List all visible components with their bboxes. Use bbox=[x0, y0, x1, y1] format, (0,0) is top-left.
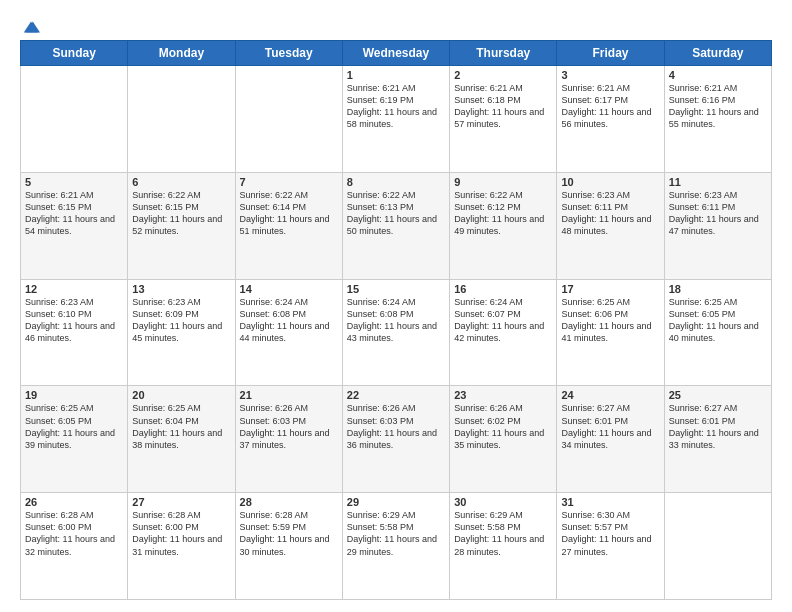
day-info: Sunrise: 6:22 AMSunset: 6:15 PMDaylight:… bbox=[132, 189, 230, 238]
day-info: Sunrise: 6:24 AMSunset: 6:08 PMDaylight:… bbox=[240, 296, 338, 345]
calendar-cell: 4Sunrise: 6:21 AMSunset: 6:16 PMDaylight… bbox=[664, 66, 771, 173]
day-info: Sunrise: 6:25 AMSunset: 6:05 PMDaylight:… bbox=[669, 296, 767, 345]
day-number: 28 bbox=[240, 496, 338, 508]
day-number: 18 bbox=[669, 283, 767, 295]
calendar-cell: 13Sunrise: 6:23 AMSunset: 6:09 PMDayligh… bbox=[128, 279, 235, 386]
day-info: Sunrise: 6:29 AMSunset: 5:58 PMDaylight:… bbox=[347, 509, 445, 558]
calendar-cell: 10Sunrise: 6:23 AMSunset: 6:11 PMDayligh… bbox=[557, 172, 664, 279]
day-header-sunday: Sunday bbox=[21, 41, 128, 66]
day-info: Sunrise: 6:23 AMSunset: 6:11 PMDaylight:… bbox=[561, 189, 659, 238]
calendar-cell: 21Sunrise: 6:26 AMSunset: 6:03 PMDayligh… bbox=[235, 386, 342, 493]
calendar-cell: 22Sunrise: 6:26 AMSunset: 6:03 PMDayligh… bbox=[342, 386, 449, 493]
calendar-cell: 18Sunrise: 6:25 AMSunset: 6:05 PMDayligh… bbox=[664, 279, 771, 386]
day-header-tuesday: Tuesday bbox=[235, 41, 342, 66]
day-info: Sunrise: 6:23 AMSunset: 6:10 PMDaylight:… bbox=[25, 296, 123, 345]
week-row-1: 1Sunrise: 6:21 AMSunset: 6:19 PMDaylight… bbox=[21, 66, 772, 173]
calendar-cell bbox=[235, 66, 342, 173]
day-number: 7 bbox=[240, 176, 338, 188]
day-info: Sunrise: 6:22 AMSunset: 6:13 PMDaylight:… bbox=[347, 189, 445, 238]
week-row-3: 12Sunrise: 6:23 AMSunset: 6:10 PMDayligh… bbox=[21, 279, 772, 386]
calendar-cell: 3Sunrise: 6:21 AMSunset: 6:17 PMDaylight… bbox=[557, 66, 664, 173]
calendar-cell: 5Sunrise: 6:21 AMSunset: 6:15 PMDaylight… bbox=[21, 172, 128, 279]
day-info: Sunrise: 6:29 AMSunset: 5:58 PMDaylight:… bbox=[454, 509, 552, 558]
calendar-cell: 28Sunrise: 6:28 AMSunset: 5:59 PMDayligh… bbox=[235, 493, 342, 600]
calendar-cell: 11Sunrise: 6:23 AMSunset: 6:11 PMDayligh… bbox=[664, 172, 771, 279]
calendar-cell: 24Sunrise: 6:27 AMSunset: 6:01 PMDayligh… bbox=[557, 386, 664, 493]
day-info: Sunrise: 6:23 AMSunset: 6:09 PMDaylight:… bbox=[132, 296, 230, 345]
day-header-friday: Friday bbox=[557, 41, 664, 66]
calendar-cell: 16Sunrise: 6:24 AMSunset: 6:07 PMDayligh… bbox=[450, 279, 557, 386]
day-info: Sunrise: 6:21 AMSunset: 6:19 PMDaylight:… bbox=[347, 82, 445, 131]
calendar-cell: 14Sunrise: 6:24 AMSunset: 6:08 PMDayligh… bbox=[235, 279, 342, 386]
calendar-cell: 29Sunrise: 6:29 AMSunset: 5:58 PMDayligh… bbox=[342, 493, 449, 600]
day-number: 5 bbox=[25, 176, 123, 188]
day-info: Sunrise: 6:30 AMSunset: 5:57 PMDaylight:… bbox=[561, 509, 659, 558]
calendar-cell: 20Sunrise: 6:25 AMSunset: 6:04 PMDayligh… bbox=[128, 386, 235, 493]
logo-icon bbox=[22, 18, 40, 36]
calendar-cell: 1Sunrise: 6:21 AMSunset: 6:19 PMDaylight… bbox=[342, 66, 449, 173]
week-row-2: 5Sunrise: 6:21 AMSunset: 6:15 PMDaylight… bbox=[21, 172, 772, 279]
day-number: 14 bbox=[240, 283, 338, 295]
day-number: 23 bbox=[454, 389, 552, 401]
day-number: 13 bbox=[132, 283, 230, 295]
day-info: Sunrise: 6:22 AMSunset: 6:12 PMDaylight:… bbox=[454, 189, 552, 238]
day-number: 29 bbox=[347, 496, 445, 508]
day-number: 30 bbox=[454, 496, 552, 508]
day-info: Sunrise: 6:28 AMSunset: 6:00 PMDaylight:… bbox=[132, 509, 230, 558]
week-row-5: 26Sunrise: 6:28 AMSunset: 6:00 PMDayligh… bbox=[21, 493, 772, 600]
header bbox=[20, 18, 772, 32]
day-info: Sunrise: 6:27 AMSunset: 6:01 PMDaylight:… bbox=[561, 402, 659, 451]
day-number: 2 bbox=[454, 69, 552, 81]
day-info: Sunrise: 6:26 AMSunset: 6:03 PMDaylight:… bbox=[240, 402, 338, 451]
day-number: 17 bbox=[561, 283, 659, 295]
calendar-cell: 17Sunrise: 6:25 AMSunset: 6:06 PMDayligh… bbox=[557, 279, 664, 386]
day-info: Sunrise: 6:22 AMSunset: 6:14 PMDaylight:… bbox=[240, 189, 338, 238]
calendar-cell: 2Sunrise: 6:21 AMSunset: 6:18 PMDaylight… bbox=[450, 66, 557, 173]
day-number: 24 bbox=[561, 389, 659, 401]
logo bbox=[20, 18, 40, 32]
day-number: 6 bbox=[132, 176, 230, 188]
day-info: Sunrise: 6:25 AMSunset: 6:05 PMDaylight:… bbox=[25, 402, 123, 451]
header-row: SundayMondayTuesdayWednesdayThursdayFrid… bbox=[21, 41, 772, 66]
day-info: Sunrise: 6:28 AMSunset: 6:00 PMDaylight:… bbox=[25, 509, 123, 558]
day-number: 8 bbox=[347, 176, 445, 188]
calendar-cell: 27Sunrise: 6:28 AMSunset: 6:00 PMDayligh… bbox=[128, 493, 235, 600]
day-info: Sunrise: 6:24 AMSunset: 6:07 PMDaylight:… bbox=[454, 296, 552, 345]
calendar-cell: 9Sunrise: 6:22 AMSunset: 6:12 PMDaylight… bbox=[450, 172, 557, 279]
day-info: Sunrise: 6:25 AMSunset: 6:04 PMDaylight:… bbox=[132, 402, 230, 451]
day-number: 4 bbox=[669, 69, 767, 81]
calendar-cell: 30Sunrise: 6:29 AMSunset: 5:58 PMDayligh… bbox=[450, 493, 557, 600]
day-info: Sunrise: 6:21 AMSunset: 6:16 PMDaylight:… bbox=[669, 82, 767, 131]
day-header-saturday: Saturday bbox=[664, 41, 771, 66]
day-info: Sunrise: 6:24 AMSunset: 6:08 PMDaylight:… bbox=[347, 296, 445, 345]
calendar-cell: 15Sunrise: 6:24 AMSunset: 6:08 PMDayligh… bbox=[342, 279, 449, 386]
calendar-cell bbox=[664, 493, 771, 600]
calendar-cell: 26Sunrise: 6:28 AMSunset: 6:00 PMDayligh… bbox=[21, 493, 128, 600]
day-header-wednesday: Wednesday bbox=[342, 41, 449, 66]
day-number: 22 bbox=[347, 389, 445, 401]
calendar-cell bbox=[21, 66, 128, 173]
day-info: Sunrise: 6:25 AMSunset: 6:06 PMDaylight:… bbox=[561, 296, 659, 345]
day-number: 16 bbox=[454, 283, 552, 295]
calendar-cell: 25Sunrise: 6:27 AMSunset: 6:01 PMDayligh… bbox=[664, 386, 771, 493]
day-number: 1 bbox=[347, 69, 445, 81]
day-header-thursday: Thursday bbox=[450, 41, 557, 66]
day-number: 15 bbox=[347, 283, 445, 295]
calendar-cell: 31Sunrise: 6:30 AMSunset: 5:57 PMDayligh… bbox=[557, 493, 664, 600]
day-number: 11 bbox=[669, 176, 767, 188]
calendar-cell: 6Sunrise: 6:22 AMSunset: 6:15 PMDaylight… bbox=[128, 172, 235, 279]
day-number: 10 bbox=[561, 176, 659, 188]
day-info: Sunrise: 6:21 AMSunset: 6:18 PMDaylight:… bbox=[454, 82, 552, 131]
calendar-cell: 7Sunrise: 6:22 AMSunset: 6:14 PMDaylight… bbox=[235, 172, 342, 279]
day-number: 25 bbox=[669, 389, 767, 401]
day-info: Sunrise: 6:23 AMSunset: 6:11 PMDaylight:… bbox=[669, 189, 767, 238]
day-info: Sunrise: 6:26 AMSunset: 6:02 PMDaylight:… bbox=[454, 402, 552, 451]
day-number: 31 bbox=[561, 496, 659, 508]
week-row-4: 19Sunrise: 6:25 AMSunset: 6:05 PMDayligh… bbox=[21, 386, 772, 493]
day-info: Sunrise: 6:27 AMSunset: 6:01 PMDaylight:… bbox=[669, 402, 767, 451]
day-number: 19 bbox=[25, 389, 123, 401]
day-info: Sunrise: 6:28 AMSunset: 5:59 PMDaylight:… bbox=[240, 509, 338, 558]
day-number: 21 bbox=[240, 389, 338, 401]
day-number: 12 bbox=[25, 283, 123, 295]
day-info: Sunrise: 6:21 AMSunset: 6:15 PMDaylight:… bbox=[25, 189, 123, 238]
